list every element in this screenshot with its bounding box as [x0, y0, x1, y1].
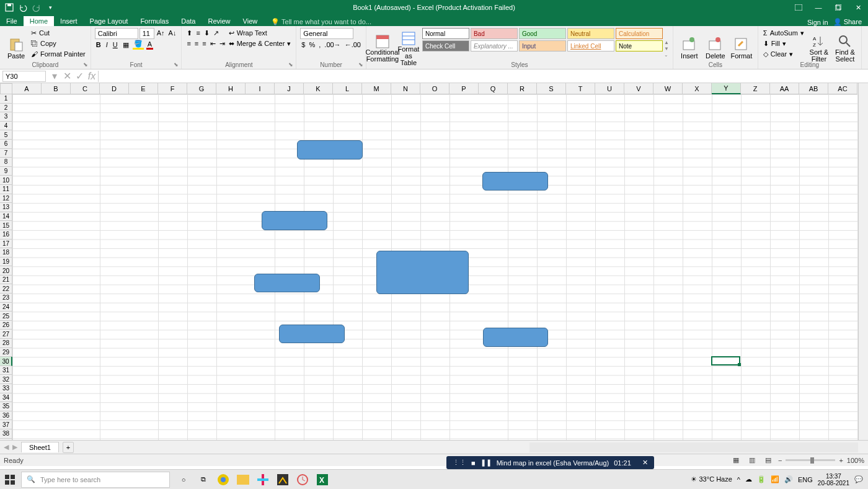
- merge-center-button[interactable]: ⬌Merge & Center ▾: [228, 38, 293, 48]
- font-size-combo[interactable]: 11: [140, 28, 154, 39]
- battery-icon[interactable]: 🔋: [757, 475, 766, 483]
- wifi-icon[interactable]: 📶: [771, 475, 779, 483]
- row-header-1[interactable]: 1: [0, 94, 12, 104]
- shape-3[interactable]: [262, 211, 327, 230]
- col-header-L[interactable]: L: [333, 83, 362, 94]
- increase-decimal-icon[interactable]: .00→: [323, 40, 342, 50]
- row-header-30[interactable]: 30: [0, 357, 12, 366]
- signin-link[interactable]: Sign in: [807, 19, 828, 26]
- tray-chevron-icon[interactable]: ^: [737, 476, 740, 483]
- align-middle-icon[interactable]: ≡: [195, 28, 201, 38]
- style-good[interactable]: Good: [519, 28, 566, 39]
- tab-formulas[interactable]: Formulas: [134, 16, 175, 26]
- fill-color-icon[interactable]: 🪣: [133, 40, 144, 50]
- taskbar-search[interactable]: 🔍Type here to search: [21, 472, 170, 488]
- weather-widget[interactable]: ☀ 33°C Haze: [691, 475, 732, 483]
- col-header-Z[interactable]: Z: [741, 83, 770, 94]
- shape-7[interactable]: [483, 328, 548, 347]
- new-sheet-icon[interactable]: +: [63, 442, 74, 453]
- onedrive-icon[interactable]: ☁: [745, 475, 752, 483]
- task-view-icon[interactable]: ⧉: [195, 471, 212, 488]
- tab-data[interactable]: Data: [175, 16, 202, 26]
- row-header-6[interactable]: 6: [0, 140, 12, 149]
- row-header-8[interactable]: 8: [0, 158, 12, 167]
- zoom-out-icon[interactable]: −: [778, 457, 782, 464]
- action-center-icon[interactable]: 💬: [854, 475, 863, 483]
- share-button[interactable]: 👤 Share: [833, 18, 862, 26]
- col-header-F[interactable]: F: [158, 83, 187, 94]
- col-header-AB[interactable]: AB: [799, 83, 828, 94]
- slack-icon[interactable]: [254, 471, 272, 488]
- row-header-32[interactable]: 32: [0, 375, 12, 384]
- currency-icon[interactable]: $: [300, 40, 306, 50]
- row-header-28[interactable]: 28: [0, 339, 12, 348]
- row-header-14[interactable]: 14: [0, 212, 12, 222]
- row-header-18[interactable]: 18: [0, 248, 12, 258]
- select-all-corner[interactable]: [0, 83, 12, 94]
- clock[interactable]: 13:37 20-08-2021: [818, 473, 849, 487]
- tab-review[interactable]: Review: [202, 16, 236, 26]
- row-header-10[interactable]: 10: [0, 176, 12, 185]
- increase-indent-icon[interactable]: ⇥: [218, 38, 226, 48]
- page-break-view-icon[interactable]: ▤: [762, 455, 774, 465]
- font-launcher-icon[interactable]: ⬊: [174, 61, 180, 68]
- increase-font-icon[interactable]: A↑: [156, 28, 166, 38]
- vertical-scrollbar[interactable]: [858, 83, 868, 440]
- zoom-slider[interactable]: [786, 459, 835, 461]
- cells-viewport[interactable]: [12, 94, 858, 440]
- col-header-AA[interactable]: AA: [770, 83, 799, 94]
- shape-5[interactable]: [254, 274, 320, 292]
- col-header-I[interactable]: I: [246, 83, 275, 94]
- row-header-36[interactable]: 36: [0, 411, 12, 421]
- fill-button[interactable]: ⬇Fill ▾: [762, 38, 805, 48]
- name-box-dropdown-icon[interactable]: ▾: [48, 70, 61, 82]
- style-note[interactable]: Note: [616, 40, 663, 52]
- cut-button[interactable]: ✂Cut: [30, 28, 87, 38]
- language-indicator[interactable]: ENG: [798, 476, 813, 483]
- row-header-12[interactable]: 12: [0, 194, 12, 204]
- row-header-24[interactable]: 24: [0, 303, 12, 312]
- tab-view[interactable]: View: [237, 16, 264, 26]
- align-left-icon[interactable]: ≡: [185, 38, 192, 48]
- row-header-35[interactable]: 35: [0, 402, 12, 411]
- row-header-19[interactable]: 19: [0, 258, 12, 267]
- ribbon-display-icon[interactable]: [789, 0, 808, 15]
- col-header-A[interactable]: A: [12, 83, 42, 94]
- redo-icon[interactable]: [31, 2, 42, 13]
- col-header-Y[interactable]: Y: [712, 83, 741, 94]
- col-header-Q[interactable]: Q: [479, 83, 508, 94]
- format-painter-button[interactable]: 🖌Format Painter: [30, 49, 87, 59]
- pause-icon[interactable]: ❚❚: [480, 459, 492, 467]
- row-header-26[interactable]: 26: [0, 321, 12, 330]
- clear-button[interactable]: ◇Clear ▾: [762, 49, 805, 59]
- col-header-H[interactable]: H: [216, 83, 246, 94]
- style-input[interactable]: Input: [519, 40, 566, 52]
- col-header-O[interactable]: O: [420, 83, 450, 94]
- style-check-cell[interactable]: Check Cell: [422, 40, 469, 52]
- style-neutral[interactable]: Neutral: [567, 28, 614, 39]
- cancel-icon[interactable]: ✕: [61, 70, 73, 82]
- row-header-3[interactable]: 3: [0, 112, 12, 122]
- font-name-combo[interactable]: Calibri: [95, 28, 138, 39]
- row-header-20[interactable]: 20: [0, 266, 12, 276]
- copy-button[interactable]: ⿻Copy: [30, 38, 87, 48]
- col-header-E[interactable]: E: [129, 83, 158, 94]
- style-bad[interactable]: Bad: [471, 28, 518, 39]
- row-header-5[interactable]: 5: [0, 130, 12, 140]
- col-header-T[interactable]: T: [566, 83, 595, 94]
- tab-page-layout[interactable]: Page Layout: [84, 16, 135, 26]
- zoom-in-icon[interactable]: +: [839, 457, 843, 464]
- style-normal[interactable]: Normal: [422, 28, 469, 39]
- decrease-decimal-icon[interactable]: ←.00: [343, 40, 362, 50]
- row-header-4[interactable]: 4: [0, 122, 12, 131]
- decrease-indent-icon[interactable]: ⇤: [209, 38, 217, 48]
- zoom-level[interactable]: 100%: [847, 457, 864, 464]
- row-header-38[interactable]: 38: [0, 429, 12, 439]
- col-header-S[interactable]: S: [537, 83, 566, 94]
- row-header-16[interactable]: 16: [0, 230, 12, 240]
- undo-icon[interactable]: [17, 2, 29, 13]
- formula-input[interactable]: [98, 71, 868, 82]
- sheet-tab[interactable]: Sheet1: [21, 442, 59, 452]
- app-icon-1[interactable]: [274, 471, 291, 488]
- app-icon-2[interactable]: [294, 471, 311, 488]
